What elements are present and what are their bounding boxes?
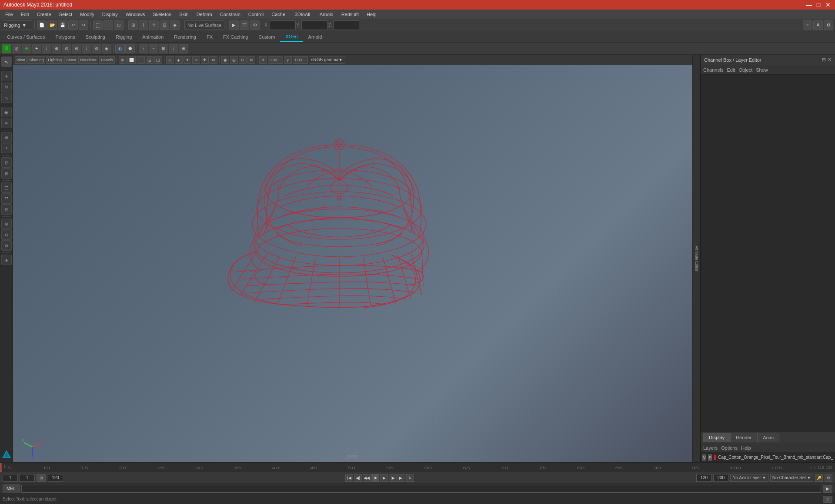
xgen-comb[interactable]: ⋮ — [139, 44, 148, 53]
play-forward-btn[interactable]: ▶ — [380, 474, 388, 482]
character-set-dropdown[interactable]: No Character Set ▼ — [770, 474, 813, 482]
menu-control[interactable]: Control — [245, 11, 267, 18]
left-tool-9[interactable]: ⊟ — [1, 204, 12, 215]
left-tool-11[interactable]: ⊙ — [1, 229, 12, 240]
vp-icon3[interactable]: ⬛ — [137, 56, 145, 64]
channel-box-object[interactable]: Object — [738, 67, 752, 73]
end-frame-input[interactable]: 120 — [48, 474, 63, 482]
tab-arnold[interactable]: Arnold — [303, 32, 327, 42]
paint-btn[interactable]: ✏ — [1, 118, 12, 128]
stop-btn[interactable]: ■ — [371, 474, 379, 482]
select-tool-btn[interactable]: ↖ — [1, 56, 12, 67]
vp-shading-menu[interactable]: Shading — [27, 56, 45, 64]
open-scene-btn[interactable]: 📂 — [47, 20, 57, 30]
anim-layer-dropdown[interactable]: No Anim Layer ▼ — [730, 474, 768, 482]
menu-cache[interactable]: Cache — [268, 11, 289, 18]
scale-tool-btn[interactable]: ⤡ — [1, 93, 12, 103]
show-manip-btn[interactable]: ⊕ — [1, 132, 12, 143]
help-menu-item[interactable]: Help — [741, 445, 751, 451]
xgen-extra1[interactable]: ⊕ — [179, 44, 188, 53]
channel-box-show[interactable]: Show — [756, 67, 768, 73]
xgen-arrow[interactable]: ↓ — [169, 44, 178, 53]
left-tool-10[interactable]: ⊛ — [1, 219, 12, 229]
menu-arnold[interactable]: Arnold — [316, 11, 337, 18]
snap-point-btn[interactable]: ✛ — [149, 20, 159, 30]
move-tool-btn[interactable]: ✛ — [1, 71, 12, 81]
tab-rendering[interactable]: Rendering — [169, 32, 201, 42]
help-line-toggle[interactable]: ? — [823, 496, 832, 503]
menu-display[interactable]: Display — [99, 11, 121, 18]
attribute-editor-tab[interactable]: Attribute Editor — [692, 55, 700, 462]
channel-box-edit[interactable]: Edit — [727, 67, 735, 73]
snap-surface-btn[interactable]: ◈ — [170, 20, 180, 30]
vp-icon2[interactable]: ⬜ — [127, 56, 136, 64]
x-value[interactable] — [270, 20, 296, 30]
settings-btn[interactable]: ⚙ — [825, 474, 832, 482]
channel-box-close-btn[interactable]: ✕ — [828, 57, 832, 63]
xgen-tool5[interactable]: ⊕ — [52, 44, 61, 53]
tab-curves-surfaces[interactable]: Curves / Surfaces — [2, 32, 50, 42]
vp-icon1[interactable]: ⊞ — [119, 56, 127, 64]
vp-lighting-menu[interactable]: Lighting — [46, 56, 63, 64]
vp-icon14[interactable]: ⊙ — [239, 56, 247, 64]
vp-icon13[interactable]: ◎ — [230, 56, 238, 64]
fps-display[interactable]: 120 — [696, 474, 711, 482]
render-btn[interactable]: ▶ — [229, 20, 239, 30]
xgen-tool6[interactable]: ⊙ — [62, 44, 71, 53]
tab-rigging[interactable]: Rigging — [110, 32, 137, 42]
left-tool-12[interactable]: ⊚ — [1, 240, 12, 251]
menu-modify[interactable]: Modify — [77, 11, 97, 18]
menu-windows[interactable]: Windows — [122, 11, 149, 18]
vp-gamma-icon[interactable]: γ — [284, 56, 292, 64]
channel-box-float-btn[interactable]: ⊞ — [822, 57, 826, 63]
xgen-tool8[interactable]: ↕ — [82, 44, 91, 53]
layer-vis-btn[interactable]: V — [702, 454, 706, 461]
key-btn[interactable]: 🔑 — [815, 474, 823, 482]
snap-curve-btn[interactable]: ⌇ — [139, 20, 148, 30]
menu-deform[interactable]: Deform — [193, 11, 216, 18]
tab-custom[interactable]: Custom — [254, 32, 281, 42]
soft-select-btn[interactable]: ◉ — [1, 107, 12, 117]
vp-exposure-btn[interactable]: ☀ — [259, 56, 267, 64]
menu-create[interactable]: Create — [33, 11, 55, 18]
go-to-start-btn[interactable]: |◀ — [345, 474, 353, 482]
xgen-brush2[interactable]: ⬟ — [125, 44, 135, 53]
current-frame-input[interactable]: 1 — [3, 474, 18, 482]
tab-fx-caching[interactable]: FX Caching — [218, 32, 253, 42]
menu-redshift[interactable]: Redshift — [338, 11, 362, 18]
z-value[interactable] — [333, 20, 359, 30]
vp-view-menu[interactable]: View — [15, 56, 27, 64]
select-hi-btn[interactable]: ⬚ — [104, 20, 113, 30]
xgen-comb3[interactable]: ⊞ — [159, 44, 168, 53]
layer-playback-btn[interactable]: P — [708, 454, 712, 461]
vp-exposure-value[interactable]: 0.00 — [268, 56, 283, 64]
left-tool-7[interactable]: ☰ — [1, 182, 12, 193]
vp-icon8[interactable]: ✦ — [184, 56, 191, 64]
menu-select[interactable]: Select — [56, 11, 76, 18]
tab-display[interactable]: Display — [703, 433, 730, 442]
left-tool-8[interactable]: ☷ — [1, 193, 12, 204]
menu-edit[interactable]: Edit — [17, 11, 33, 18]
go-to-end-btn[interactable]: ▶| — [397, 474, 405, 482]
loop-btn[interactable]: ↻ — [406, 474, 414, 482]
menu-3dtall[interactable]: -3DtoAll- — [290, 11, 315, 18]
xgen-tool1[interactable]: ◎ — [12, 44, 21, 53]
tab-anim[interactable]: Anim — [757, 433, 779, 442]
step-forward-btn[interactable]: |▶ — [389, 474, 397, 482]
maximize-button[interactable]: □ — [815, 1, 822, 8]
vp-icon5[interactable]: ◳ — [154, 56, 162, 64]
vp-icon6[interactable]: ◇ — [166, 56, 174, 64]
timeline-numbers[interactable]: 1 5 10 15 20 25 30 35 40 4 — [0, 462, 835, 472]
menu-skin[interactable]: Skin — [176, 11, 192, 18]
timeline-track[interactable]: 5 10 15 20 25 30 35 40 45 50 55 60 — [7, 463, 817, 472]
options-menu-item[interactable]: Options — [721, 445, 738, 451]
tab-polygons[interactable]: Polygons — [50, 32, 80, 42]
undo-btn[interactable]: ↩ — [68, 20, 78, 30]
mel-tab[interactable]: MEL — [3, 484, 20, 493]
vp-icon12[interactable]: ◉ — [221, 56, 229, 64]
tab-sculpting[interactable]: Sculpting — [80, 32, 110, 42]
xgen-tool7[interactable]: ⊛ — [72, 44, 81, 53]
xgen-tool4[interactable]: ↕ — [42, 44, 51, 53]
play-back-btn[interactable]: ◀◀ — [363, 474, 371, 482]
workspace-dropdown[interactable]: Rigging ▼ — [2, 20, 32, 30]
